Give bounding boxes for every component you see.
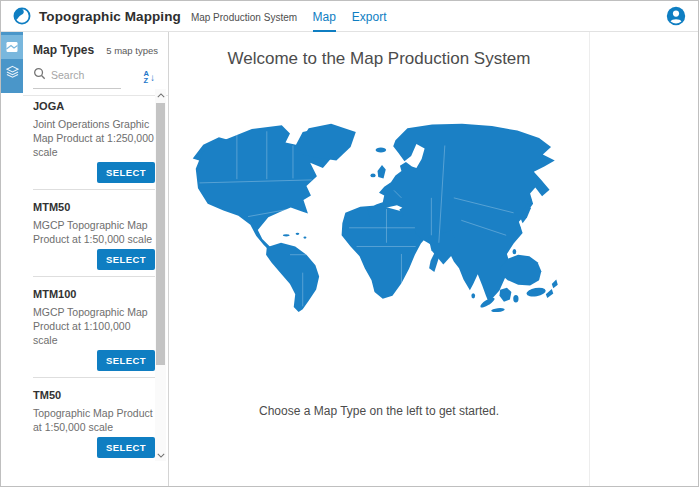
scrollbar-thumb[interactable]: [156, 103, 165, 365]
globe-icon: [13, 7, 31, 25]
map-type-description: MGCP Topographic Map Product at 1:100,00…: [33, 305, 155, 347]
map-type-list: JOGA Joint Operations Graphic Map Produc…: [23, 89, 155, 461]
world-map: [192, 123, 566, 312]
select-button[interactable]: SELECT: [97, 437, 155, 458]
sidebar-scrollbar[interactable]: [155, 89, 166, 461]
search-input[interactable]: [51, 69, 115, 81]
map-type-item: TM50 Topographic Map Product at 1:50,000…: [33, 378, 155, 461]
app-header: Topographic Mapping Map Production Syste…: [1, 1, 698, 32]
chevron-up-icon[interactable]: [155, 89, 166, 101]
map-type-item: MTM100 MGCP Topographic Map Product at 1…: [33, 277, 155, 378]
app-window: Topographic Mapping Map Production Syste…: [0, 0, 699, 487]
main-content: Welcome to the Map Production System: [169, 32, 699, 487]
tab-export[interactable]: Export: [352, 1, 387, 32]
header-tabs: Map Export: [312, 1, 386, 32]
select-button[interactable]: SELECT: [97, 350, 155, 371]
panel-title: Map Types: [33, 43, 94, 57]
map-type-name: JOGA: [33, 95, 155, 113]
map-type-name: MTM100: [33, 283, 155, 301]
map-type-count: 5 map types: [106, 45, 158, 56]
map-type-description: Joint Operations Graphic Map Product at …: [33, 117, 155, 159]
map-type-name: MTM50: [33, 196, 155, 214]
map-type-item: MTM50 MGCP Topographic Map Product at 1:…: [33, 190, 155, 277]
instruction-text: Choose a Map Type on the left to get sta…: [169, 404, 589, 418]
map-type-name: TM50: [33, 384, 155, 402]
search-box: [33, 66, 121, 89]
map-type-description: Topographic Map Product at 1:50,000 scal…: [33, 406, 155, 434]
tab-map[interactable]: Map: [312, 1, 335, 32]
map-widget-icon[interactable]: [1, 35, 23, 59]
select-button[interactable]: SELECT: [97, 249, 155, 270]
layers-icon[interactable]: [1, 59, 23, 83]
map-types-panel: Map Types 5 map types AZ ↓ JOGA Joint: [23, 32, 169, 487]
welcome-title: Welcome to the Map Production System: [169, 49, 589, 69]
map-type-description: MGCP Topographic Map Product at 1:50,000…: [33, 218, 155, 246]
map-type-item: JOGA Joint Operations Graphic Map Produc…: [33, 89, 155, 190]
user-avatar-icon[interactable]: [666, 6, 686, 26]
chevron-down-icon[interactable]: [155, 449, 166, 461]
sort-az-icon[interactable]: AZ ↓: [144, 71, 155, 84]
search-icon: [33, 66, 46, 84]
welcome-card: Welcome to the Map Production System: [169, 32, 590, 487]
app-subtitle: Map Production System: [191, 12, 297, 23]
widget-rail: [1, 32, 23, 487]
select-button[interactable]: SELECT: [97, 162, 155, 183]
app-title: Topographic Mapping: [39, 9, 181, 24]
